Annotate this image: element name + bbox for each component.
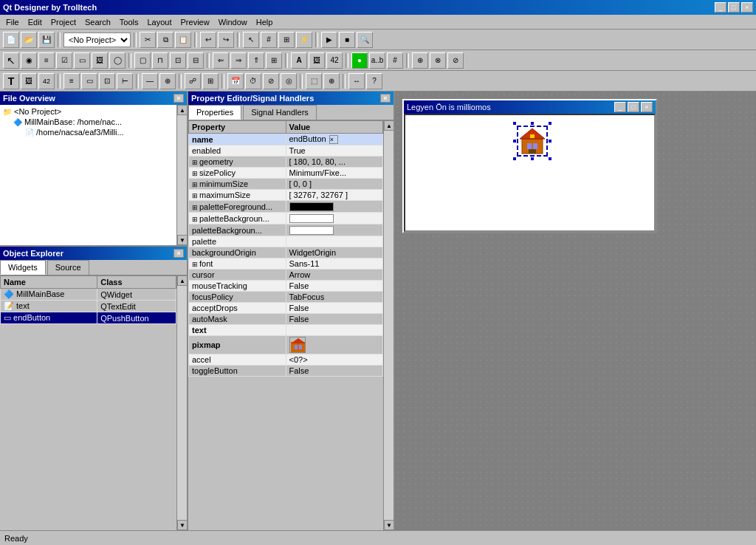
menu-layout[interactable]: Layout xyxy=(143,16,176,28)
prop-value-cell[interactable]: False xyxy=(286,281,383,292)
copy-button[interactable]: ⧉ xyxy=(157,32,173,48)
undo-button[interactable]: ↩ xyxy=(200,32,216,48)
prop-scrollbar[interactable]: ▲ ▼ xyxy=(383,120,394,530)
tool-arrow[interactable]: ↔ xyxy=(348,73,365,89)
table-row[interactable]: mouseTrackingFalse xyxy=(189,281,383,292)
tool-slider[interactable]: — xyxy=(142,73,158,89)
prop-value-cell[interactable]: False xyxy=(286,366,383,377)
menu-preview[interactable]: Preview xyxy=(176,16,214,28)
tool-date[interactable]: 📅 xyxy=(227,73,244,89)
tool-misc2[interactable]: ⊗ xyxy=(430,52,446,69)
table-row[interactable]: focusPolicyTabFocus xyxy=(189,292,383,303)
tool-t[interactable]: T xyxy=(3,73,19,89)
table-row[interactable]: ⊞maximumSize[ 32767, 32767 ] xyxy=(189,190,383,201)
table-row[interactable]: paletteBackgroun... xyxy=(189,224,383,236)
pointer-button[interactable]: ↖ xyxy=(243,32,259,48)
maximize-button[interactable]: □ xyxy=(728,2,740,13)
project-combo[interactable]: <No Project> xyxy=(63,32,131,47)
table-row[interactable]: palette xyxy=(189,236,383,247)
table-row[interactable]: cursorArrow xyxy=(189,270,383,281)
prop-scroll-up[interactable]: ▲ xyxy=(384,120,394,131)
prop-value-cell[interactable]: [ 180, 10, 80, ... xyxy=(286,157,383,168)
tool-misc4[interactable]: ⊕ xyxy=(159,73,176,89)
handle-bl[interactable] xyxy=(512,157,517,161)
canvas-area[interactable]: Legyen Ön is milliomos _ □ × xyxy=(395,92,756,530)
table-row[interactable]: 📝 textQTextEdit xyxy=(1,301,176,312)
main-file-item[interactable]: 🔷 MillMainBase: /home/nac... xyxy=(1,117,175,127)
handle-tr[interactable] xyxy=(548,121,552,126)
file-overview-close[interactable]: × xyxy=(173,94,184,103)
layout-button[interactable]: ⊞ xyxy=(278,32,295,48)
menu-edit[interactable]: Edit xyxy=(24,16,47,28)
preview-maximize[interactable]: □ xyxy=(628,102,639,112)
prop-value-cell[interactable]: <0?> xyxy=(286,354,383,366)
handle-bm[interactable] xyxy=(530,157,535,161)
table-row[interactable]: pixmap xyxy=(189,336,383,354)
tool-text[interactable]: A xyxy=(291,52,307,69)
tool-r1[interactable]: ☍ xyxy=(185,73,201,89)
prop-value-cell[interactable]: Minimum/Fixe... xyxy=(286,168,383,179)
table-row[interactable]: autoMaskFalse xyxy=(189,314,383,325)
tool-radio[interactable]: ◉ xyxy=(21,52,37,69)
prop-scroll-track[interactable] xyxy=(384,131,394,520)
tool-widget3[interactable]: ⊢ xyxy=(117,73,133,89)
tool-spin[interactable]: 42 xyxy=(326,52,343,69)
tool-num[interactable]: 42 xyxy=(38,73,55,89)
tool-green[interactable]: ● xyxy=(351,52,368,69)
run-button[interactable]: ▶ xyxy=(321,32,337,48)
prop-value-cell[interactable] xyxy=(286,224,383,236)
paste-button[interactable]: 📋 xyxy=(175,32,191,48)
handle-br[interactable] xyxy=(548,157,552,161)
table-row[interactable]: text xyxy=(189,325,383,336)
table-row[interactable]: ⊞fontSans-11 xyxy=(189,258,383,270)
obj-scroll-down[interactable]: ▼ xyxy=(177,520,187,530)
menu-tools[interactable]: Tools xyxy=(115,16,143,28)
table-row[interactable]: acceptDropsFalse xyxy=(189,303,383,314)
menu-project[interactable]: Project xyxy=(47,16,80,28)
tool-lines[interactable]: ≡ xyxy=(63,73,80,89)
table-row[interactable]: nameendButton× xyxy=(189,134,383,145)
tool-frame1[interactable]: ▢ xyxy=(134,52,151,69)
tool-frame4[interactable]: ⊟ xyxy=(188,52,204,69)
prop-value-cell[interactable]: Arrow xyxy=(286,270,383,281)
table-row[interactable]: backgroundOriginWidgetOrigin xyxy=(189,247,383,258)
tab-source[interactable]: Source xyxy=(47,260,89,275)
property-editor-close[interactable]: × xyxy=(380,94,391,103)
table-row[interactable]: ⊞paletteForeground... xyxy=(189,201,383,213)
tool-label[interactable]: a..b xyxy=(369,52,385,69)
object-explorer-close[interactable]: × xyxy=(173,249,184,258)
obj-scroll-up[interactable]: ▲ xyxy=(177,275,187,286)
tool-check[interactable]: ☑ xyxy=(56,52,72,69)
table-row[interactable]: ⊞minimumSize[ 0, 0 ] xyxy=(189,179,383,190)
tool-img2[interactable]: 🖼 xyxy=(309,52,325,69)
debug-button[interactable]: 🔍 xyxy=(357,32,373,48)
scroll-track[interactable] xyxy=(177,115,187,235)
tool-img3[interactable]: 🖼 xyxy=(21,73,37,89)
tab-properties[interactable]: Properties xyxy=(188,105,241,120)
scroll-up[interactable]: ▲ xyxy=(177,105,187,115)
table-row[interactable]: ⊞sizePolicyMinimum/Fixe... xyxy=(189,168,383,179)
tool-dial[interactable]: ◎ xyxy=(281,73,297,89)
tool-misc5[interactable]: ⊕ xyxy=(323,73,340,89)
prop-value-cell[interactable]: True xyxy=(286,145,383,157)
prop-scroll-down[interactable]: ▼ xyxy=(384,520,394,530)
tool-widget[interactable]: ▭ xyxy=(81,73,97,89)
new-button[interactable]: 📄 xyxy=(3,32,19,48)
tool-canvas[interactable]: ⬚ xyxy=(306,73,322,89)
prop-value-cell[interactable] xyxy=(286,336,383,354)
handle-mr[interactable] xyxy=(548,139,552,143)
handle-tl[interactable] xyxy=(512,121,517,126)
file-overview-scrollbar[interactable]: ▲ ▼ xyxy=(176,105,187,245)
stop-button[interactable]: ■ xyxy=(339,32,355,48)
title-bar-buttons[interactable]: _ □ × xyxy=(715,2,753,13)
preview-window[interactable]: Legyen Ön is milliomos _ □ × xyxy=(402,99,657,233)
prop-value-cell[interactable]: TabFocus xyxy=(286,292,383,303)
table-row[interactable]: toggleButtonFalse xyxy=(189,366,383,377)
tab-signal-handlers[interactable]: Signal Handlers xyxy=(243,105,317,120)
prop-value-cell[interactable] xyxy=(286,213,383,224)
tool-layout1[interactable]: ⇐ xyxy=(213,52,229,69)
table-row[interactable]: enabledTrue xyxy=(189,145,383,157)
preview-close[interactable]: × xyxy=(641,102,653,112)
obj-scrollbar[interactable]: ▲ ▼ xyxy=(176,275,187,530)
tool-misc3[interactable]: ⊘ xyxy=(447,52,464,69)
